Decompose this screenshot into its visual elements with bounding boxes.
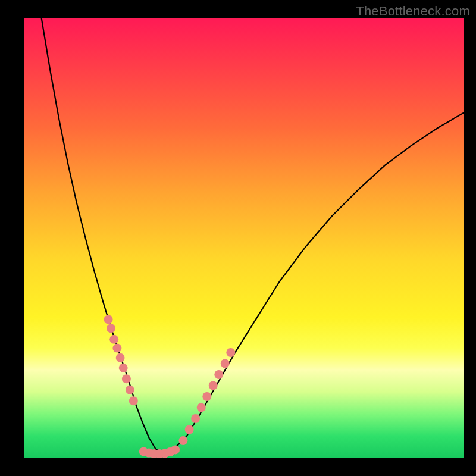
- data-point: [197, 403, 206, 412]
- data-point: [112, 344, 121, 353]
- dots-right: [178, 348, 235, 445]
- data-point: [178, 436, 187, 445]
- data-point: [107, 324, 115, 333]
- watermark-text: TheBottleneck.com: [356, 4, 470, 19]
- curve-svg: [24, 18, 464, 458]
- data-point: [104, 315, 113, 324]
- data-point: [119, 364, 128, 372]
- data-point: [209, 381, 218, 390]
- dots-bottom: [139, 445, 180, 458]
- data-point: [116, 353, 125, 362]
- data-point: [126, 386, 134, 394]
- data-point: [191, 414, 200, 423]
- data-point: [109, 335, 118, 344]
- data-point: [129, 396, 138, 405]
- chart-frame: TheBottleneck.com: [0, 0, 476, 476]
- data-point: [185, 425, 194, 434]
- plot-area: [24, 18, 464, 458]
- data-point: [122, 374, 131, 383]
- data-point: [226, 348, 235, 357]
- data-point: [221, 359, 230, 368]
- bottleneck-curve: [42, 18, 464, 453]
- data-point: [214, 370, 223, 379]
- data-point: [171, 445, 180, 454]
- dots-left: [104, 315, 138, 405]
- data-point: [202, 392, 211, 401]
